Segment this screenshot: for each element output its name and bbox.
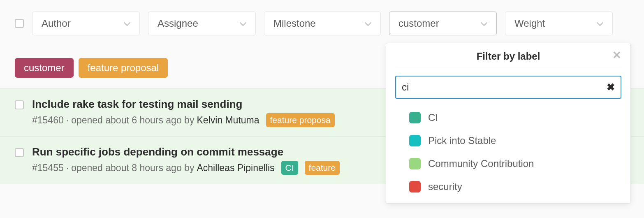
issue-author[interactable]: Kelvin Mutuma [197,115,259,126]
author-dropdown-label: Author [42,18,71,29]
chevron-down-icon [365,19,371,28]
label-option-pick-into-stable[interactable]: Pick into Stable [386,129,630,152]
label-option-text: CI [428,112,438,123]
active-label-feature-proposal[interactable]: feature proposal [79,58,168,78]
separator: · [66,162,69,174]
issue-id: #15455 [32,162,64,174]
label-dropdown-label: customer [398,18,439,29]
weight-dropdown-label: Weight [514,18,545,29]
color-swatch [409,181,421,192]
issue-checkbox[interactable] [15,148,24,157]
popover-title: Filter by label [477,51,540,62]
issue-label-ci[interactable]: CI [281,161,298,175]
issue-opened: opened about 8 hours ago by [71,162,194,174]
chevron-down-icon [124,19,130,28]
text-caret [411,81,411,95]
clear-search-icon[interactable]: ✖ [607,81,615,93]
color-swatch [409,112,421,123]
label-option-security[interactable]: security [386,175,630,198]
select-all-checkbox[interactable] [15,19,24,28]
issue-opened: opened about 6 hours ago by [71,115,194,126]
color-swatch [409,135,421,146]
separator: · [66,115,69,126]
label-option-text: Pick into Stable [428,135,496,146]
chevron-down-icon [481,19,487,28]
label-option-text: Community Contribution [428,158,534,169]
issue-id: #15460 [32,115,64,126]
label-dropdown[interactable]: customer [389,12,497,35]
popover-search-wrap: ✖ [386,68,630,103]
assignee-dropdown[interactable]: Assignee [148,12,256,35]
label-filter-popover: Filter by label ✕ ✖ CI Pick into Stable … [386,43,631,204]
popover-header: Filter by label ✕ [395,43,621,68]
author-dropdown[interactable]: Author [32,12,140,35]
active-label-customer[interactable]: customer [15,58,74,78]
label-search-input[interactable] [402,81,607,93]
label-option-ci[interactable]: CI [386,106,630,129]
chevron-down-icon [240,19,246,28]
chevron-down-icon [597,19,603,28]
issue-label-feature-proposal[interactable]: feature proposa [266,113,335,127]
milestone-dropdown-label: Milestone [273,18,316,29]
issue-label-feature[interactable]: feature [305,161,340,175]
color-swatch [409,158,421,169]
issue-author[interactable]: Achilleas Pipinellis [197,162,274,174]
weight-dropdown[interactable]: Weight [505,12,613,35]
close-icon[interactable]: ✕ [612,49,621,62]
label-option-community-contribution[interactable]: Community Contribution [386,152,630,175]
popover-list: CI Pick into Stable Community Contributi… [386,103,630,198]
popover-search: ✖ [395,76,621,99]
filter-bar: Author Assignee Milestone customer Weigh… [0,0,644,47]
assignee-dropdown-label: Assignee [158,18,198,29]
label-option-text: security [428,181,462,192]
milestone-dropdown[interactable]: Milestone [264,12,381,35]
issue-checkbox[interactable] [15,100,24,109]
